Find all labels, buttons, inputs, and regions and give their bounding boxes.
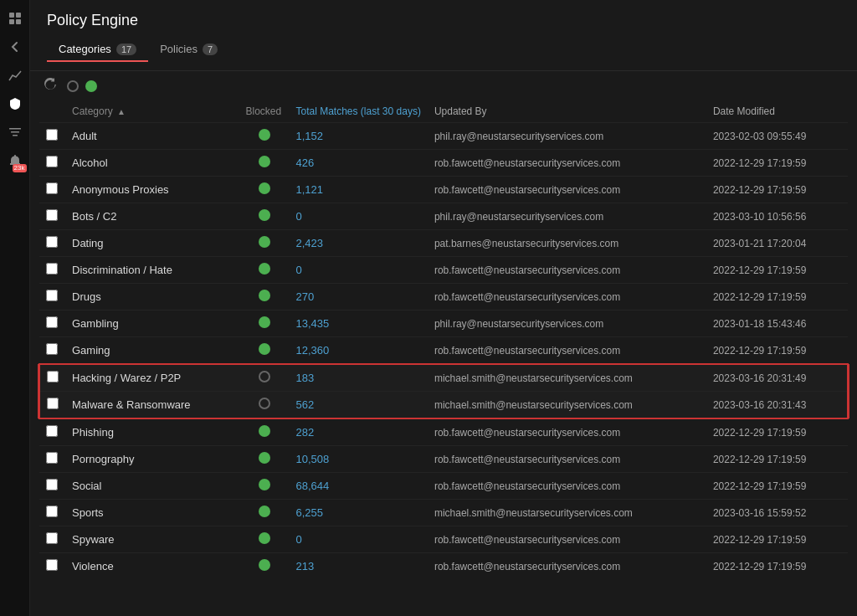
blocked-gray-dot <box>259 371 270 382</box>
bell-icon[interactable]: 23k <box>3 149 27 172</box>
blocked-green-dot <box>259 479 270 490</box>
row-checkbox-cell[interactable] <box>39 500 65 526</box>
header-date-modified[interactable]: Date Modified <box>706 100 848 123</box>
categories-table: Category ▲ Blocked Total Matches (last 3… <box>38 100 849 579</box>
row-matches: 282 <box>290 418 428 446</box>
row-checkbox-cell[interactable] <box>39 123 65 150</box>
row-checkbox-cell[interactable] <box>39 177 65 203</box>
row-checkbox[interactable] <box>46 182 58 194</box>
row-checkbox-cell[interactable] <box>39 392 65 419</box>
table-row: Violence 213 rob.fawcett@neustarsecurity… <box>39 553 848 580</box>
header-updated-by[interactable]: Updated By <box>428 100 706 123</box>
row-checkbox-cell[interactable] <box>39 473 65 500</box>
row-category: Sports <box>65 500 239 526</box>
row-checkbox[interactable] <box>46 452 58 464</box>
grid-icon[interactable] <box>3 7 27 30</box>
row-matches: 213 <box>290 553 428 580</box>
row-checkbox[interactable] <box>47 371 59 382</box>
row-date-modified: 2022-12-29 17:19:59 <box>706 284 848 311</box>
back-icon[interactable] <box>3 35 27 59</box>
row-checkbox-cell[interactable] <box>39 446 65 473</box>
row-updated-by: michael.smith@neustarsecurityservices.co… <box>428 364 706 392</box>
tab-categories-label: Categories <box>59 43 111 55</box>
row-checkbox-cell[interactable] <box>39 337 65 365</box>
row-updated-by: rob.fawcett@neustarsecurityservices.com <box>428 446 706 473</box>
row-date-modified: 2023-03-16 20:31:49 <box>706 364 848 392</box>
row-checkbox-cell[interactable] <box>39 418 65 446</box>
toggle-off-indicator <box>67 80 79 92</box>
row-checkbox[interactable] <box>46 425 58 437</box>
tab-categories[interactable]: Categories 17 <box>47 38 148 62</box>
row-blocked <box>239 257 290 284</box>
sort-asc-icon: ▲ <box>117 107 126 116</box>
row-checkbox[interactable] <box>46 506 58 517</box>
row-matches: 0 <box>290 257 428 284</box>
svg-rect-0 <box>9 13 14 18</box>
row-checkbox-cell[interactable] <box>39 311 65 337</box>
header-category[interactable]: Category ▲ <box>65 100 239 123</box>
header-matches[interactable]: Total Matches (last 30 days) <box>290 100 428 123</box>
row-checkbox[interactable] <box>46 343 58 355</box>
row-checkbox-cell[interactable] <box>39 257 65 284</box>
row-blocked <box>239 177 290 203</box>
row-blocked <box>239 553 290 580</box>
row-checkbox[interactable] <box>46 263 58 275</box>
row-checkbox[interactable] <box>46 236 58 248</box>
row-updated-by: rob.fawcett@neustarsecurityservices.com <box>428 526 706 553</box>
row-category: Dating <box>65 230 239 257</box>
row-checkbox-cell[interactable] <box>39 284 65 311</box>
row-checkbox[interactable] <box>46 290 58 301</box>
blocked-green-dot <box>259 290 270 301</box>
row-checkbox[interactable] <box>46 316 58 328</box>
row-date-modified: 2023-03-16 15:59:52 <box>706 500 848 526</box>
row-matches: 0 <box>290 203 428 230</box>
tab-policies[interactable]: Policies 7 <box>148 38 229 62</box>
row-updated-by: michael.smith@neustarsecurityservices.co… <box>428 392 706 419</box>
chart-icon[interactable] <box>3 64 27 87</box>
row-date-modified: 2022-12-29 17:19:59 <box>706 177 848 203</box>
shield-icon[interactable] <box>3 92 27 116</box>
refresh-button[interactable] <box>44 78 57 94</box>
blocked-green-dot <box>259 452 270 464</box>
table-row: Bots / C2 0 phil.ray@neustarsecurityserv… <box>39 203 848 230</box>
row-updated-by: rob.fawcett@neustarsecurityservices.com <box>428 150 706 177</box>
row-blocked <box>239 284 290 311</box>
row-checkbox-cell[interactable] <box>39 230 65 257</box>
row-matches: 10,508 <box>290 446 428 473</box>
row-updated-by: pat.barnes@neustarsecurityservices.com <box>428 230 706 257</box>
row-checkbox-cell[interactable] <box>39 150 65 177</box>
header: Policy Engine Categories 17 Policies 7 <box>30 0 857 71</box>
row-updated-by: rob.fawcett@neustarsecurityservices.com <box>428 284 706 311</box>
row-checkbox-cell[interactable] <box>39 526 65 553</box>
row-checkbox-cell[interactable] <box>39 203 65 230</box>
row-updated-by: phil.ray@neustarsecurityservices.com <box>428 123 706 150</box>
row-checkbox[interactable] <box>46 129 58 141</box>
row-checkbox[interactable] <box>47 398 59 409</box>
row-checkbox[interactable] <box>46 209 58 221</box>
blocked-green-dot <box>259 425 270 437</box>
header-checkbox-cell <box>39 100 65 123</box>
page-title: Policy Engine <box>47 12 840 29</box>
row-category: Malware & Ransomware <box>65 392 239 419</box>
row-category: Hacking / Warez / P2P <box>65 364 239 392</box>
row-updated-by: michael.smith@neustarsecurityservices.co… <box>428 500 706 526</box>
header-blocked[interactable]: Blocked <box>239 100 290 123</box>
row-checkbox[interactable] <box>46 156 58 167</box>
svg-rect-1 <box>16 13 21 18</box>
row-updated-by: rob.fawcett@neustarsecurityservices.com <box>428 418 706 446</box>
row-blocked <box>239 418 290 446</box>
row-checkbox-cell[interactable] <box>39 364 65 392</box>
blocked-green-dot <box>259 182 270 194</box>
filter-icon[interactable] <box>3 121 27 144</box>
row-matches: 1,121 <box>290 177 428 203</box>
row-checkbox[interactable] <box>46 559 58 571</box>
blocked-green-dot <box>259 129 270 141</box>
row-category: Bots / C2 <box>65 203 239 230</box>
table-header-row: Category ▲ Blocked Total Matches (last 3… <box>39 100 848 123</box>
table-row: Phishing 282 rob.fawcett@neustarsecurity… <box>39 418 848 446</box>
table-row: Discrimination / Hate 0 rob.fawcett@neus… <box>39 257 848 284</box>
row-checkbox[interactable] <box>46 479 58 490</box>
row-checkbox[interactable] <box>46 532 58 544</box>
row-checkbox-cell[interactable] <box>39 553 65 580</box>
table-area: Category ▲ Blocked Total Matches (last 3… <box>30 71 857 616</box>
